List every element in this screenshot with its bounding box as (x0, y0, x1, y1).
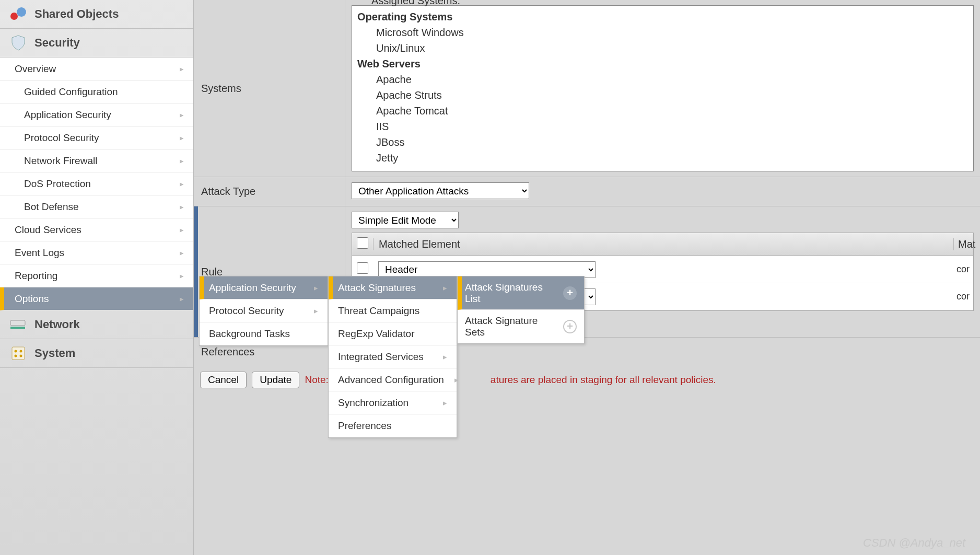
chevron-right-icon: ▸ (180, 271, 184, 281)
chevron-right-icon: ▸ (180, 294, 184, 304)
note-label: Note: (305, 374, 328, 386)
flyout-item-label: Attack Signatures (338, 282, 416, 294)
flyout-item-label: Preferences (338, 420, 391, 432)
chevron-right-icon: ▸ (180, 248, 184, 258)
systems-item: Microsoft Windows (357, 25, 968, 40)
chevron-right-icon: ▸ (314, 306, 318, 316)
svg-rect-4 (12, 347, 25, 360)
matched-element-select[interactable]: Header (378, 261, 596, 278)
assigned-systems-header: Assigned Systems: (371, 0, 460, 6)
sidebar-cat-shared-objects[interactable]: Shared Objects (0, 0, 193, 29)
flyout-item-integrated-services[interactable]: Integrated Services▸ (329, 345, 457, 368)
svg-rect-3 (10, 327, 25, 329)
flyout-item-attack-signatures-list[interactable]: Attack Signatures List+ (458, 276, 584, 310)
svg-rect-2 (10, 320, 25, 326)
rule-col2: cor (953, 291, 973, 302)
sidebar-item-application-security[interactable]: Application Security▸ (0, 103, 193, 126)
chevron-right-icon: ▸ (180, 225, 184, 235)
chevron-right-icon: ▸ (180, 202, 184, 212)
systems-item: Unix/Linux (357, 40, 968, 56)
sidebar-item-dos-protection[interactable]: DoS Protection▸ (0, 172, 193, 195)
system-icon (9, 344, 27, 362)
label-systems: Systems (194, 0, 345, 177)
systems-item: Apache Struts (357, 87, 968, 103)
flyout-item-attack-signatures[interactable]: Attack Signatures▸ (329, 276, 457, 299)
svg-point-7 (15, 355, 17, 357)
update-button[interactable]: Update (252, 372, 299, 388)
sidebar-item-label: Event Logs (15, 247, 64, 259)
flyout-item-attack-signature-sets[interactable]: Attack Signature Sets+ (458, 310, 584, 343)
col-mat: Mat (953, 238, 973, 250)
rule-mode-select[interactable]: Simple Edit Mode (352, 212, 459, 228)
flyout-item-application-security[interactable]: Application Security▸ (200, 276, 328, 299)
sidebar-item-label: Application Security (24, 109, 111, 121)
chevron-right-icon: ▸ (454, 375, 459, 385)
flyout-attack-signatures: Attack Signatures List+Attack Signature … (457, 276, 585, 344)
sidebar-cat-label: System (34, 346, 75, 360)
add-icon[interactable]: + (563, 320, 577, 333)
sidebar-cat-network[interactable]: Network (0, 310, 193, 339)
flyout-item-threat-campaigns[interactable]: Threat Campaigns (329, 299, 457, 322)
chevron-right-icon: ▸ (180, 133, 184, 143)
rule-check-all[interactable] (357, 237, 368, 249)
systems-item: JBoss (357, 134, 968, 150)
sidebar-item-label: Overview (15, 63, 56, 75)
sidebar-item-label: DoS Protection (24, 178, 91, 190)
svg-point-1 (17, 7, 26, 17)
sidebar-item-label: Cloud Services (15, 224, 81, 236)
flyout-item-regexp-validator[interactable]: RegExp Validator (329, 322, 457, 345)
sidebar-item-reporting[interactable]: Reporting▸ (0, 264, 193, 287)
attack-type-select[interactable]: Other Application Attacks (352, 182, 529, 199)
chevron-right-icon: ▸ (180, 156, 184, 166)
sidebar-cat-label: Shared Objects (34, 7, 119, 21)
sidebar-item-label: Network Firewall (24, 155, 97, 167)
flyout-item-preferences[interactable]: Preferences (329, 414, 457, 437)
sidebar-item-guided-configuration[interactable]: Guided Configuration (0, 80, 193, 103)
systems-item: Apache Tomcat (357, 103, 968, 119)
sidebar-cat-label: Network (34, 318, 80, 331)
systems-item: Apache (357, 72, 968, 87)
svg-point-0 (10, 13, 18, 20)
flyout-application-security: Attack Signatures▸Threat CampaignsRegExp… (328, 276, 457, 438)
sidebar-item-options[interactable]: Options▸ (0, 287, 193, 310)
sidebar-cat-system[interactable]: System (0, 339, 193, 368)
flyout-item-label: Attack Signatures List (465, 282, 554, 305)
flyout-item-label: Application Security (209, 282, 296, 294)
sidebar-cat-security[interactable]: Security (0, 29, 193, 57)
systems-box: Operating SystemsMicrosoft WindowsUnix/L… (352, 5, 974, 171)
flyout-item-label: Threat Campaigns (338, 305, 419, 317)
flyout-item-advanced-configuration[interactable]: Advanced Configuration▸ (329, 368, 457, 391)
flyout-item-label: Attack Signature Sets (465, 315, 554, 338)
sidebar-item-label: Bot Defense (24, 201, 79, 213)
sidebar-item-cloud-services[interactable]: Cloud Services▸ (0, 218, 193, 241)
sidebar-item-network-firewall[interactable]: Network Firewall▸ (0, 149, 193, 172)
svg-point-6 (20, 350, 22, 353)
rule-col2: cor (953, 264, 973, 275)
sidebar-item-event-logs[interactable]: Event Logs▸ (0, 241, 193, 264)
watermark: CSDN @Andya_net (863, 536, 965, 550)
sidebar-cat-label: Security (34, 36, 80, 50)
flyout-item-protocol-security[interactable]: Protocol Security▸ (200, 299, 328, 322)
flyout-item-background-tasks[interactable]: Background Tasks (200, 322, 328, 345)
sidebar-item-bot-defense[interactable]: Bot Defense▸ (0, 195, 193, 218)
chevron-right-icon: ▸ (180, 64, 184, 74)
chevron-right-icon: ▸ (180, 179, 184, 189)
systems-item: IIS (357, 119, 968, 134)
flyout-item-label: Protocol Security (209, 305, 284, 317)
flyout-item-synchronization[interactable]: Synchronization▸ (329, 391, 457, 414)
note-text: atures are placed in staging for all rel… (491, 374, 716, 386)
sidebar-item-overview[interactable]: Overview▸ (0, 57, 193, 80)
chevron-right-icon: ▸ (443, 283, 447, 293)
rule-row-checkbox[interactable] (357, 262, 368, 274)
svg-point-8 (20, 355, 22, 357)
cancel-button[interactable]: Cancel (200, 372, 247, 388)
sidebar-item-protocol-security[interactable]: Protocol Security▸ (0, 126, 193, 149)
systems-item: Jetty (357, 150, 968, 166)
col-matched-element: Matched Element (373, 238, 953, 250)
chevron-right-icon: ▸ (443, 352, 447, 362)
network-icon (9, 316, 27, 333)
sidebar: Shared Objects Security Overview▸Guided … (0, 0, 194, 555)
add-icon[interactable]: + (563, 286, 577, 300)
flyout-options: Application Security▸Protocol Security▸B… (199, 276, 328, 346)
chevron-right-icon: ▸ (443, 398, 447, 408)
